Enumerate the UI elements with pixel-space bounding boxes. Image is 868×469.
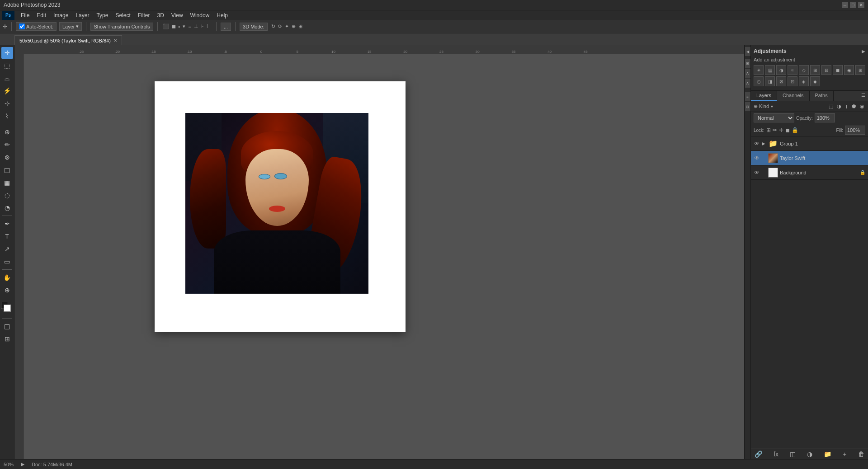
background-color[interactable]: [4, 305, 11, 312]
slide-3d-icon[interactable]: ⊕: [291, 23, 297, 30]
pen-tool-button[interactable]: ✒: [1, 218, 13, 230]
layers-tab[interactable]: Layers: [751, 91, 777, 101]
clone-tool-button[interactable]: ⊗: [1, 151, 13, 163]
kind-filter-shape-icon[interactable]: ⬟: [851, 103, 857, 110]
lock-all-icon[interactable]: 🔒: [792, 127, 798, 133]
color-balance-icon[interactable]: ⊟: [821, 65, 831, 75]
panel-icon-4[interactable]: ≡: [745, 92, 750, 101]
hsl-icon[interactable]: ⊞: [810, 65, 820, 75]
scale-3d-icon[interactable]: ⊞: [297, 23, 303, 30]
document-tab[interactable]: 50x50.psd @ 50% (Taylor Swift, RGB/8#) ✕: [14, 35, 122, 45]
kind-filter-smart-icon[interactable]: ◉: [859, 103, 865, 110]
crop-tool-button[interactable]: ⊹: [1, 98, 13, 109]
lock-artboard-icon[interactable]: ◼: [785, 127, 790, 133]
panel-icon-2[interactable]: A: [745, 69, 750, 78]
close-button[interactable]: ✕: [858, 2, 864, 8]
3d-mode-button[interactable]: 3D Mode:: [240, 23, 268, 31]
layer-group-1[interactable]: 👁 ▶ 📁 Group 1: [751, 136, 868, 151]
menu-select[interactable]: Select: [112, 11, 134, 19]
layer-background[interactable]: 👁 ▶ Background 🔒: [751, 165, 868, 180]
tab-close-button[interactable]: ✕: [113, 38, 117, 43]
channels-tab[interactable]: Channels: [777, 91, 809, 101]
paths-tab[interactable]: Paths: [810, 91, 834, 101]
align-top-icon[interactable]: ▾: [182, 23, 186, 30]
blend-mode-select[interactable]: Normal Dissolve Multiply Screen Overlay: [754, 113, 794, 122]
zoom-tool-button[interactable]: ⊕: [1, 284, 13, 296]
lock-position-icon[interactable]: ✛: [779, 127, 783, 133]
channel-mixer-icon[interactable]: ⊞: [855, 65, 865, 75]
vibrance-icon[interactable]: ◇: [799, 65, 809, 75]
align-bottom-icon[interactable]: ⊥: [193, 23, 199, 30]
lock-image-icon[interactable]: ✏: [773, 127, 777, 133]
lasso-tool-button[interactable]: ⌓: [1, 72, 13, 84]
align-center-icon[interactable]: ◼: [171, 23, 177, 30]
auto-select-toggle[interactable]: Auto-Select:: [16, 22, 57, 31]
menu-filter[interactable]: Filter: [134, 11, 154, 19]
menu-file[interactable]: File: [17, 11, 33, 19]
layer-group-1-expand[interactable]: ▶: [762, 141, 766, 146]
fill-input[interactable]: [845, 126, 865, 135]
more-options-button[interactable]: ...: [221, 23, 231, 31]
opacity-input[interactable]: [815, 113, 835, 122]
lock-transparency-icon[interactable]: ⊞: [766, 127, 771, 133]
layer-new-button[interactable]: +: [842, 450, 848, 458]
threshold-icon[interactable]: ⊡: [788, 76, 797, 86]
menu-3d[interactable]: 3D: [153, 11, 167, 19]
align-horiz-icon[interactable]: ⊦: [200, 23, 205, 30]
layer-select-dropdown[interactable]: Layer ▾: [59, 22, 82, 31]
pan-3d-icon[interactable]: ⟳: [277, 23, 283, 30]
invert-icon[interactable]: ◨: [765, 76, 775, 86]
layer-adj-button[interactable]: ◑: [806, 450, 813, 458]
layer-taylor-swift-visibility[interactable]: 👁: [754, 155, 760, 161]
panel-icon-1[interactable]: ⊞: [745, 59, 750, 68]
eyedropper-tool-button[interactable]: ⌇: [1, 110, 13, 122]
align-left-icon[interactable]: ⬛: [162, 23, 170, 30]
blur-tool-button[interactable]: ◌: [1, 189, 13, 201]
zoom-3d-icon[interactable]: ✦: [284, 23, 290, 30]
marquee-tool-button[interactable]: ⬚: [1, 60, 13, 71]
eraser-tool-button[interactable]: ◫: [1, 164, 13, 176]
type-tool-button[interactable]: T: [1, 230, 13, 242]
selective-color-icon[interactable]: ◆: [810, 76, 820, 86]
layer-mask-button[interactable]: ◫: [789, 450, 797, 458]
align-vcenter-icon[interactable]: ≡: [187, 23, 192, 30]
curves-icon[interactable]: ◑: [776, 65, 786, 75]
menu-edit[interactable]: Edit: [33, 11, 50, 19]
rotate-3d-icon[interactable]: ↻: [270, 23, 276, 30]
layers-panel-menu-button[interactable]: ☰: [859, 91, 868, 101]
collapse-button[interactable]: ◀: [745, 47, 750, 56]
canvas-area[interactable]: -25 -20 -15 -10 -5 0 5 10 15 20 25 30 35…: [14, 45, 744, 459]
kind-filter-type-icon[interactable]: T: [844, 103, 849, 110]
levels-icon[interactable]: ▤: [765, 65, 775, 75]
color-swatch-container[interactable]: [1, 302, 14, 314]
minimize-button[interactable]: ─: [842, 2, 848, 8]
panel-icon-3[interactable]: A: [745, 79, 750, 88]
rectangle-tool-button[interactable]: ▭: [1, 256, 13, 267]
quick-mask-button[interactable]: ◫: [1, 320, 13, 332]
menu-type[interactable]: Type: [93, 11, 112, 19]
color-lookup-icon[interactable]: ◷: [754, 76, 764, 86]
layer-group-button[interactable]: 📁: [823, 450, 832, 458]
move-tool-button[interactable]: ✛: [1, 47, 13, 59]
auto-select-checkbox[interactable]: [19, 23, 25, 29]
layer-style-button[interactable]: fx: [773, 450, 779, 458]
kind-filter-adjust-icon[interactable]: ◑: [836, 103, 842, 110]
menu-image[interactable]: Image: [50, 11, 72, 19]
show-transform-button[interactable]: Show Transform Controls: [90, 23, 153, 31]
layer-link-button[interactable]: 🔗: [754, 450, 763, 458]
layer-taylor-swift[interactable]: 👁 ▶ Taylor Swift: [751, 151, 868, 165]
gradient-map-icon[interactable]: ◈: [799, 76, 809, 86]
brush-tool-button[interactable]: ✏: [1, 139, 13, 150]
brightness-contrast-icon[interactable]: ☀: [754, 65, 764, 75]
menu-view[interactable]: View: [168, 11, 187, 19]
gradient-tool-button[interactable]: ▦: [1, 177, 13, 188]
quick-select-tool-button[interactable]: ⚡: [1, 85, 13, 97]
menu-window[interactable]: Window: [187, 11, 213, 19]
posterize-icon[interactable]: ⊠: [776, 76, 786, 86]
menu-help[interactable]: Help: [213, 11, 231, 19]
photo-filter-icon[interactable]: ◉: [844, 65, 854, 75]
panel-icon-5[interactable]: ⊟: [745, 102, 750, 111]
bw-icon[interactable]: ◼: [833, 65, 843, 75]
layer-background-visibility[interactable]: 👁: [754, 169, 760, 176]
align-vert-icon[interactable]: ⊢: [206, 23, 212, 30]
